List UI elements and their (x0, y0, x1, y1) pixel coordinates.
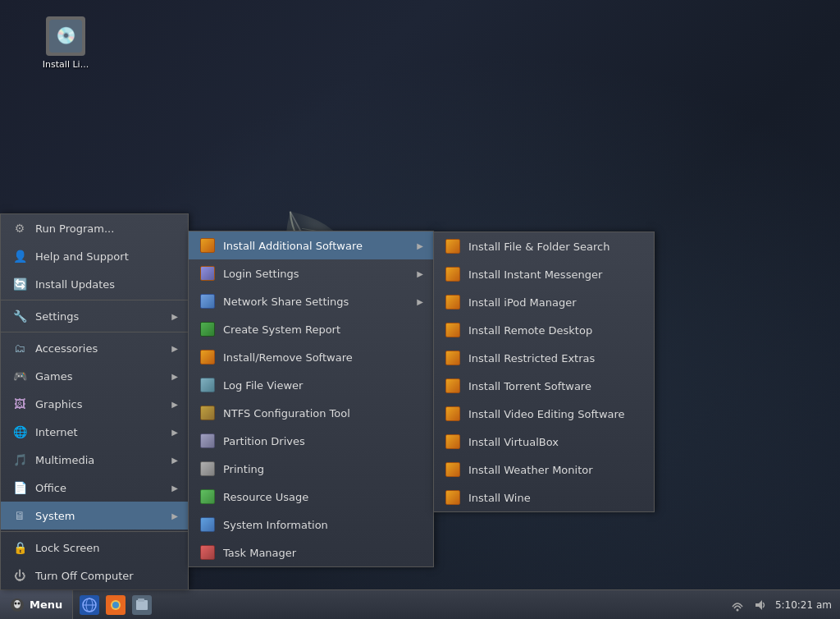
lock-icon: 🔒 (11, 539, 29, 557)
install-additional-arrow-icon: ▶ (417, 241, 423, 250)
menu-item-multimedia[interactable]: 🎵 Multimedia ▶ (1, 446, 188, 474)
menu-item-multimedia-label: Multimedia (35, 454, 171, 466)
taskbar-icon-firefox[interactable] (104, 594, 127, 617)
menu-item-graphics[interactable]: 🖼 Graphics ▶ (1, 390, 188, 418)
graphics-icon: 🖼 (11, 395, 29, 413)
submenu-install-weather-label: Install Weather Monitor (468, 464, 644, 476)
submenu-item-resource-usage[interactable]: Resource Usage (189, 483, 433, 511)
internet-arrow-icon: ▶ (171, 428, 178, 437)
svg-rect-15 (138, 598, 144, 602)
submenu-item-partition[interactable]: Partition Drives (189, 427, 433, 455)
submenu-item-printing-label: Printing (223, 463, 423, 475)
system-arrow-icon: ▶ (171, 511, 178, 520)
taskmanager-icon (199, 543, 217, 562)
accessories-arrow-icon: ▶ (171, 344, 178, 353)
divider-2 (1, 332, 188, 332)
user-icon: 👤 (11, 247, 29, 265)
menu-item-install-updates[interactable]: 🔄 Install Updates (1, 270, 188, 298)
submenu-install-wine[interactable]: Install Wine (434, 484, 654, 511)
submenu-install-instant-messenger[interactable]: Install Instant Messenger (434, 260, 654, 288)
power-icon: ⏻ (11, 566, 29, 585)
submenu-item-install-remove-label: Install/Remove Software (223, 351, 423, 364)
update-icon: 🔄 (11, 275, 29, 293)
menu-item-accessories-label: Accessories (35, 342, 171, 355)
ntfs-icon (199, 404, 217, 422)
report-icon (199, 320, 217, 338)
menu-item-system[interactable]: 🖥 System ▶ Install Additional Software ▶… (1, 502, 188, 530)
menu-item-turnoff-label: Turn Off Computer (35, 570, 178, 582)
submenu-install-torrent[interactable]: Install Torrent Software (434, 372, 654, 400)
submenu-item-create-report[interactable]: Create System Report (189, 315, 433, 343)
taskbar-menu-label: Menu (30, 598, 62, 611)
desktop-icon-install[interactable]: 💿 Install Li... (33, 16, 98, 70)
submenu-install-remote-desktop[interactable]: Install Remote Desktop (434, 316, 654, 344)
submenu-install-weather-monitor[interactable]: Install Weather Monitor (434, 456, 654, 484)
submenu-item-network-label: Network Share Settings (223, 296, 417, 308)
submenu-item-partition-label: Partition Drives (223, 435, 423, 447)
menu-item-settings[interactable]: 🔧 Settings ▶ (1, 302, 188, 330)
menu-item-office-label: Office (35, 482, 171, 494)
svg-point-4 (15, 602, 17, 604)
menu-item-graphics-label: Graphics (35, 398, 171, 410)
submenu-item-system-info[interactable]: System Information (189, 511, 433, 539)
menu-item-system-label: System (35, 510, 171, 522)
graphics-arrow-icon: ▶ (171, 400, 178, 409)
taskbar-menu-button[interactable]: Menu (0, 590, 73, 620)
submenu-item-ntfs-label: NTFS Configuration Tool (223, 407, 423, 420)
submenu-install-vbox-label: Install VirtualBox (468, 436, 644, 448)
install-remove-icon (199, 348, 217, 366)
submenu-item-install-remove[interactable]: Install/Remove Software (189, 343, 433, 371)
taskbar-icon-globe[interactable] (78, 594, 101, 617)
taskbar-icon-files[interactable] (130, 594, 153, 617)
partition-icon (199, 432, 217, 450)
menu-item-help-support[interactable]: 👤 Help and Support (1, 242, 188, 270)
volume-tray-icon[interactable] (752, 597, 769, 613)
resource-icon (199, 488, 217, 506)
system-icon: 🖥 (11, 507, 29, 525)
submenu-item-install-additional[interactable]: Install Additional Software ▶ Install Fi… (189, 232, 433, 259)
main-menu: ⚙ Run Program... 👤 Help and Support 🔄 In… (0, 213, 189, 589)
messenger-icon (444, 265, 462, 283)
menu-item-run-program-label: Run Program... (35, 222, 178, 235)
submenu-item-sysinfo-label: System Information (223, 519, 423, 531)
svg-point-5 (18, 602, 21, 604)
taskbar: Menu (0, 589, 840, 619)
taskbar-right-area: 5:10:21 am (729, 597, 840, 613)
menu-item-lock-screen[interactable]: 🔒 Lock Screen (1, 534, 188, 562)
remote-desktop-icon (444, 321, 462, 339)
submenu-install-restricted-extras[interactable]: Install Restricted Extras (434, 344, 654, 372)
restricted-icon (444, 349, 462, 367)
submenu-install: Install File & Folder Search Install Ins… (433, 232, 655, 512)
printing-icon (199, 460, 217, 478)
menu-item-turn-off[interactable]: ⏻ Turn Off Computer (1, 562, 188, 589)
submenu-install-video-editing[interactable]: Install Video Editing Software (434, 400, 654, 428)
taskbar-clock: 5:10:21 am (775, 599, 832, 611)
menu-item-help-label: Help and Support (35, 250, 178, 263)
submenu-item-log-viewer[interactable]: Log File Viewer (189, 371, 433, 399)
menu-item-run-program[interactable]: ⚙ Run Program... (1, 214, 188, 242)
network-tray-icon[interactable] (729, 597, 746, 613)
menu-item-games[interactable]: 🎮 Games ▶ (1, 362, 188, 390)
file-search-icon (444, 237, 462, 255)
install-additional-icon (199, 236, 217, 254)
multimedia-arrow-icon: ▶ (171, 456, 178, 465)
menu-item-internet[interactable]: 🌐 Internet ▶ (1, 418, 188, 446)
menu-item-accessories[interactable]: 🗂 Accessories ▶ (1, 334, 188, 362)
submenu-system: Install Additional Software ▶ Install Fi… (188, 231, 434, 567)
internet-icon: 🌐 (11, 423, 29, 441)
gear-icon: ⚙ (11, 219, 29, 237)
svg-point-12 (112, 602, 119, 608)
menu-item-office[interactable]: 📄 Office ▶ (1, 474, 188, 502)
settings-arrow-icon: ▶ (171, 312, 178, 321)
submenu-item-ntfs[interactable]: NTFS Configuration Tool (189, 399, 433, 427)
submenu-install-virtualbox[interactable]: Install VirtualBox (434, 428, 654, 456)
submenu-install-file-search[interactable]: Install File & Folder Search (434, 232, 654, 260)
submenu-item-login-settings[interactable]: Login Settings ▶ (189, 259, 433, 287)
svg-point-16 (736, 608, 738, 611)
wine-icon (444, 488, 462, 507)
submenu-item-printing[interactable]: Printing (189, 455, 433, 483)
submenu-item-task-manager[interactable]: Task Manager (189, 539, 433, 566)
submenu-item-network-share[interactable]: Network Share Settings ▶ (189, 287, 433, 315)
accessories-icon: 🗂 (11, 339, 29, 357)
submenu-install-ipod-manager[interactable]: Install iPod Manager (434, 288, 654, 316)
